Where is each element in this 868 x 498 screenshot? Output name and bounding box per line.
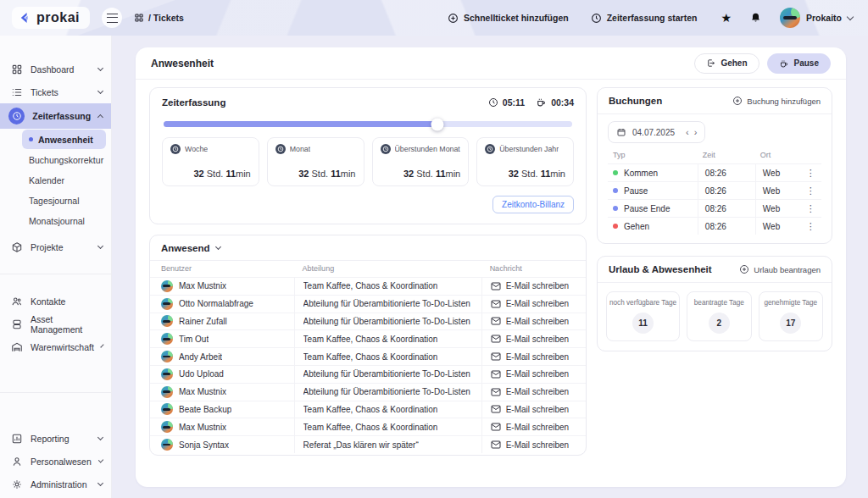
sidebar-item-dashboard[interactable]: Dashboard — [0, 58, 111, 80]
sidebar-item-administration[interactable]: Administration — [0, 473, 111, 495]
urlaub-beantragen-button[interactable]: Urlaub beantragen — [739, 264, 821, 274]
sidebar-subitem-anwesenheit[interactable]: Anwesenheit — [22, 130, 106, 149]
time-stats: Woche 32 Std. 11min — [162, 137, 574, 186]
urlaub-stat-box: noch verfügbare Tage 11 — [606, 291, 680, 341]
email-link[interactable]: E-Mail schreiben — [491, 423, 569, 432]
coffee-cup-icon — [779, 58, 789, 69]
email-link[interactable]: E-Mail schreiben — [491, 317, 569, 326]
table-row: Udo Upload Abteilung für Überambitionier… — [150, 365, 586, 383]
sidebar-item-zeiterfassung[interactable]: Zeiterfassung — [0, 103, 111, 129]
row-menu-icon[interactable]: ⋮ — [800, 203, 821, 214]
status-dot — [613, 170, 618, 175]
sidebar-item-projekte[interactable]: Projekte — [0, 235, 111, 258]
chevron-down-icon — [100, 344, 103, 347]
table-row: Otto Normalabfrage Abteilung für Überamb… — [150, 295, 586, 313]
user-menu[interactable]: Prokaito — [780, 8, 853, 28]
department: Abteilung für Überambitionierte To-Do-Li… — [303, 299, 470, 308]
urlaub-stat-value: 17 — [780, 313, 801, 334]
chevron-down-icon — [97, 242, 103, 248]
anwesend-title: Anwesend — [161, 243, 210, 253]
stat-box: Überstunden Monat 32 Std. 11min — [372, 137, 470, 186]
sidebar-subitem-monatsjournal[interactable]: Monatsjournal — [22, 211, 106, 230]
sidebar-item-tickets[interactable]: Tickets — [0, 80, 111, 103]
urlaub-stat-label: genehmigte Tage — [762, 299, 820, 307]
active-dot-icon — [29, 137, 33, 141]
logo[interactable]: prokai — [12, 7, 90, 29]
row-menu-icon[interactable]: ⋮ — [800, 168, 821, 179]
urlaub-stats: noch verfügbare Tage 11 beantragte Tage … — [598, 283, 832, 351]
date-picker[interactable]: 04.07.2025 ‹› — [608, 121, 705, 143]
plus-circle-icon — [732, 96, 743, 106]
sidebar-subitem-tagesjournal[interactable]: Tagesjournal — [22, 191, 106, 210]
sidebar-subitem-buchungskorrektur[interactable]: Buchungskorrektur — [22, 150, 106, 169]
add-buchung-button[interactable]: Buchung hinzufügen — [732, 96, 821, 106]
column-nachricht: Nachricht — [481, 264, 586, 273]
email-link[interactable]: E-Mail schreiben — [491, 281, 569, 290]
stat-box: Überstunden Jahr 32 Std. 11min — [476, 137, 574, 186]
sidebar-item-asset-management[interactable]: Asset Management — [0, 313, 111, 335]
sidebar-item-warenwirtschaft[interactable]: Warenwirtschaft — [0, 335, 111, 358]
department: Team Kaffee, Chaos & Koordination — [303, 352, 438, 362]
avatar — [161, 421, 173, 433]
gehen-label: Gehen — [721, 58, 747, 68]
prev-day-icon[interactable]: ‹ — [686, 128, 689, 137]
sidebar: Dashboard Tickets Zeiterfassung Anwesenh… — [0, 36, 112, 498]
chevron-down-icon[interactable] — [214, 244, 220, 250]
email-link[interactable]: E-Mail schreiben — [491, 299, 569, 308]
dashboard-grid-icon — [134, 13, 144, 23]
buchung-ort: Web — [755, 200, 800, 217]
buchung-zeit: 08:26 — [698, 182, 755, 199]
person-icon — [11, 456, 23, 468]
sidebar-subitem-kalender[interactable]: Kalender — [22, 170, 106, 190]
cube-icon — [11, 241, 23, 253]
favorites-star-icon[interactable]: ★ — [721, 11, 732, 25]
time-progress-slider[interactable] — [164, 121, 572, 127]
stat-value: 32 Std. 11min — [275, 169, 356, 179]
email-link[interactable]: E-Mail schreiben — [491, 335, 569, 344]
coffee-cup-icon — [536, 97, 547, 108]
clock-icon — [275, 144, 286, 154]
buchungen-title: Buchungen — [609, 96, 662, 106]
quick-ticket-button[interactable]: Schnellticket hinzufügen — [448, 13, 569, 24]
pause-time: 00:34 — [536, 97, 574, 108]
department: Abteilung für Überambitionierte To-Do-Li… — [303, 387, 470, 396]
email-link[interactable]: E-Mail schreiben — [491, 405, 569, 414]
buchung-typ: Gehen — [624, 222, 649, 231]
gear-icon — [11, 479, 23, 490]
stat-value: 32 Std. 11min — [485, 169, 565, 179]
menu-toggle-button[interactable] — [102, 8, 122, 28]
sidebar-item-label: Dashboard — [31, 64, 91, 75]
chevron-down-icon — [847, 13, 854, 19]
zeitkonto-bilanz-button[interactable]: Zeitkonto-Billanz — [492, 196, 574, 213]
sidebar-item-kontakte[interactable]: Kontakte — [0, 290, 111, 313]
prokai-logo-icon — [19, 11, 32, 25]
pause-label: Pause — [794, 58, 819, 68]
stat-label: Überstunden Jahr — [499, 145, 559, 153]
department: Abteilung für Überambitionierte To-Do-Li… — [303, 369, 470, 379]
next-day-icon[interactable]: › — [694, 128, 698, 137]
table-row: Rainer Zufall Abteilung für Überambition… — [150, 313, 586, 330]
email-link[interactable]: E-Mail schreiben — [491, 369, 569, 379]
email-link[interactable]: E-Mail schreiben — [491, 387, 569, 396]
user-name: Rainer Zufall — [179, 317, 227, 326]
row-menu-icon[interactable]: ⋮ — [800, 221, 821, 232]
gehen-button[interactable]: Gehen — [694, 53, 759, 74]
table-row: Max Mustnix Team Kaffee, Chaos & Koordin… — [150, 277, 586, 295]
avatar — [161, 368, 173, 380]
department: Abteilung für Überambitionierte To-Do-Li… — [303, 317, 470, 326]
sidebar-subitem-label: Anwesenheit — [38, 135, 93, 145]
breadcrumb[interactable]: / Tickets — [134, 13, 184, 23]
sidebar-subitem-label: Buchungskorrektur — [29, 155, 103, 165]
email-link[interactable]: E-Mail schreiben — [491, 352, 569, 362]
sidebar-item-personalwesen[interactable]: Personalwesen — [0, 450, 111, 473]
start-timer-button[interactable]: Zeiterfassung starten — [591, 13, 698, 24]
breadcrumb-label: / Tickets — [148, 13, 184, 23]
email-link[interactable]: E-Mail schreiben — [491, 440, 569, 450]
row-menu-icon[interactable]: ⋮ — [800, 185, 821, 196]
sidebar-item-reporting[interactable]: Reporting — [0, 427, 111, 450]
exit-door-icon — [706, 58, 715, 68]
clock-icon — [591, 13, 602, 24]
pause-button[interactable]: Pause — [767, 53, 831, 74]
notifications-bell-icon[interactable] — [750, 12, 761, 24]
slider-knob[interactable] — [431, 118, 443, 130]
